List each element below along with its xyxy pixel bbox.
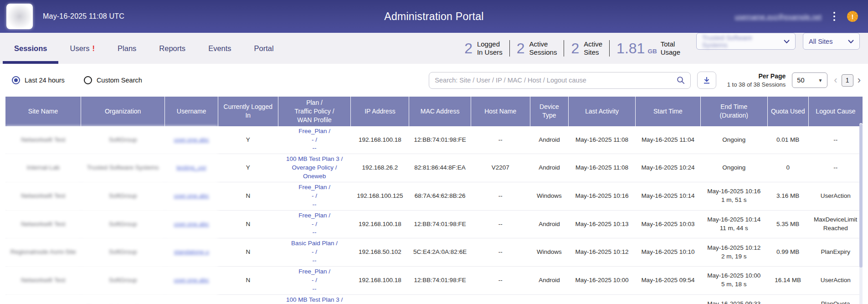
cell-username[interactable]: user.one.abc — [165, 182, 218, 211]
cell-host: V2207 — [471, 294, 530, 304]
cell-ip: 192.168.100.18 — [351, 210, 409, 238]
cell-logged_in: N — [218, 267, 278, 295]
pager: ‹ 1 › — [834, 74, 861, 87]
column-header-logged_in: Currently Logged In — [218, 97, 278, 126]
cell-username[interactable]: standalone.u — [165, 238, 218, 267]
cell-logout_cause: UserAction — [808, 267, 863, 295]
download-button[interactable] — [697, 72, 716, 89]
tab-plans[interactable]: Plans — [106, 33, 148, 64]
cell-ip: 192.168.26.2 — [351, 154, 409, 182]
current-page-button[interactable]: 1 — [842, 74, 853, 87]
cell-plan: Basic Paid Plan / - / -- — [278, 238, 351, 267]
column-header-ip: IP Address — [351, 97, 409, 126]
cell-ip: 192.168.26.2 — [351, 294, 409, 304]
site-dropdown[interactable]: All Sites — [803, 33, 860, 50]
vertical-scrollbar[interactable] — [859, 123, 863, 304]
cell-quota: 0.99 MB — [767, 238, 808, 267]
cell-last_activity: May-16-2025 10:00 — [569, 267, 636, 295]
cell-org: SoftGroup — [81, 210, 165, 238]
tab-label: Plans — [118, 44, 136, 53]
tab-label: Reports — [159, 44, 185, 53]
tab-portal[interactable]: Portal — [243, 33, 285, 64]
cell-org: SoftGroup — [81, 182, 165, 211]
cell-org: SoftGroup — [81, 126, 165, 154]
stat-label: Total Usage — [661, 40, 680, 57]
cell-plan: Free_Plan / - / -- — [278, 267, 351, 295]
tab-users[interactable]: Users! — [58, 33, 106, 64]
cell-logged_in: N — [218, 294, 278, 304]
search-input[interactable] — [435, 77, 677, 84]
stat-label: Active Sessions — [529, 40, 557, 57]
cell-ip: 192.168.50.102 — [351, 238, 409, 267]
chevron-down-icon — [784, 40, 790, 43]
tab-label: Sessions — [14, 44, 47, 53]
search-icon[interactable] — [677, 76, 685, 84]
cell-start_time: May-16-2025 10:14 — [635, 182, 700, 211]
organization-dropdown[interactable]: Trusted Software Systems — [696, 33, 796, 50]
cell-host: -- — [471, 210, 530, 238]
tab-sessions[interactable]: Sessions — [3, 33, 58, 64]
cell-host: V2207 — [471, 154, 530, 182]
cell-username[interactable]: user.one.abc — [165, 126, 218, 154]
cell-quota: 5.35 MB — [767, 210, 808, 238]
cell-org: SoftGroup — [81, 238, 165, 267]
table-row: Networkwifi TestSoftGroupuser.one.abcNFr… — [5, 210, 863, 238]
cell-site: Networkwifi Test — [5, 182, 81, 211]
cell-plan: 100 MB Test Plan 3 / Overage Policy / On… — [278, 154, 351, 182]
cell-start_time: May-16-2025 11:04 — [635, 126, 700, 154]
stat-label: Active Sites — [584, 40, 602, 57]
cell-username[interactable]: user.one.abc — [165, 210, 218, 238]
stat-active-sessions: 2Active Sessions — [509, 40, 564, 57]
tab-reports[interactable]: Reports — [148, 33, 197, 64]
radio-label: Last 24 hours — [25, 77, 65, 84]
cell-username[interactable]: testing_usr — [165, 154, 218, 182]
column-header-quota: Quota Used — [767, 97, 808, 126]
tab-label: Events — [208, 44, 231, 53]
cell-plan: 100 MB Test Plan 3 / CaptiveDevicePolicy… — [278, 294, 351, 304]
tab-events[interactable]: Events — [197, 33, 242, 64]
cell-last_activity: May-16-2025 10:12 — [569, 238, 636, 267]
cell-last_activity: May-16-2025 11:08 — [569, 126, 636, 154]
utc-timestamp: May-16-2025 11:08 UTC — [43, 12, 124, 21]
table-header-row: Site NameOrganizationUsernameCurrently L… — [5, 97, 863, 126]
search-box — [429, 72, 691, 89]
administration-portal: May-16-2025 11:08 UTC Administration Por… — [0, 0, 868, 304]
page-size-value: 50 — [797, 77, 804, 84]
top-header: May-16-2025 11:08 UTC Administration Por… — [0, 0, 868, 33]
cell-quota: 3.16 MB — [767, 182, 808, 211]
alert-badge-icon[interactable]: ! — [847, 11, 858, 22]
column-header-mac: MAC Address — [409, 97, 471, 126]
cell-ip: 192.168.100.18 — [351, 267, 409, 295]
cell-username[interactable]: testing_usr — [165, 294, 218, 304]
cell-mac: 68:7A:64:62:8B:26 — [409, 182, 471, 211]
stat-total-usage: 1.81GBTotal Usage — [609, 40, 687, 57]
scrollbar-thumb[interactable] — [859, 124, 863, 268]
cell-device: Android — [530, 126, 569, 154]
table-row: Internal-LabTrusted Software Systemstest… — [5, 154, 863, 182]
per-page-label: Per Page — [723, 72, 786, 81]
cell-quota: 0 — [767, 154, 808, 182]
header-actions: username.xyz@example.net ! — [735, 10, 858, 23]
page-size-select[interactable]: 50 ▼ — [792, 72, 827, 88]
cell-mac: 12:BB:74:01:98:FE — [409, 126, 471, 154]
user-email[interactable]: username.xyz@example.net — [735, 13, 822, 21]
cell-start_time: May-16-2025 09:54 — [635, 267, 700, 295]
cell-plan: Free_Plan / - / -- — [278, 210, 351, 238]
kebab-menu-icon[interactable] — [831, 10, 838, 23]
table-row: Networkwifi TestSoftGroupuser.one.abcYFr… — [5, 126, 863, 154]
cell-site: Networkwifi Test — [5, 267, 81, 295]
radio-custom-search[interactable]: Custom Search — [84, 76, 142, 84]
prev-page-button[interactable]: ‹ — [834, 75, 837, 85]
cell-device: Android — [530, 154, 569, 182]
stat-active-sites: 2Active Sites — [564, 40, 609, 57]
cell-mac: 12:BB:74:01:98:FE — [409, 267, 471, 295]
cell-device: Windows — [530, 238, 569, 267]
cell-username[interactable]: user.one.abc — [165, 267, 218, 295]
summary-stats: 2Logged In Users2Active Sessions2Active … — [457, 33, 687, 64]
table-row: Regionalnode Asmi-SiteSoftGroupstandalon… — [5, 238, 863, 267]
radio-last-24-hours[interactable]: Last 24 hours — [12, 76, 65, 84]
cell-site: Networkwifi Test — [5, 126, 81, 154]
column-header-username: Username — [165, 97, 218, 126]
next-page-button[interactable]: › — [858, 75, 861, 85]
cell-mac: 5C:E4:2A:0A:82:6E — [409, 238, 471, 267]
